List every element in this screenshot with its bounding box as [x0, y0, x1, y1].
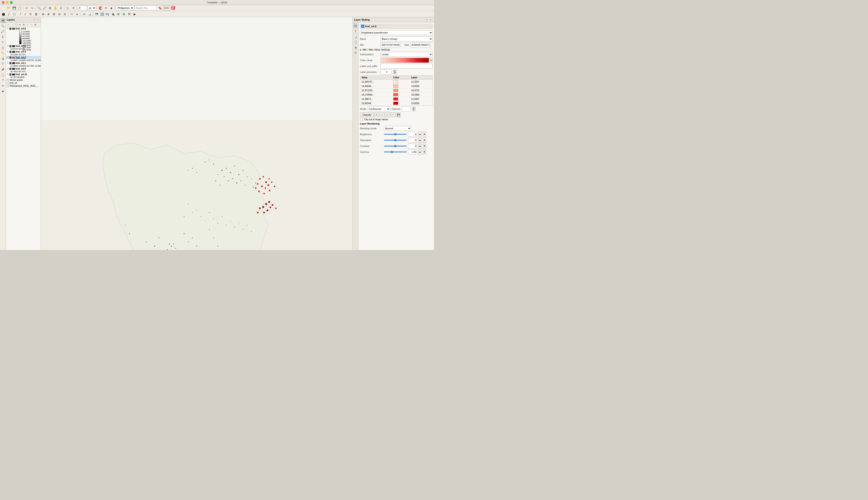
pan-map-tool[interactable]: ✥	[0, 18, 5, 23]
maximize-button[interactable]	[10, 1, 13, 4]
save-as-button[interactable]: 📋	[17, 5, 22, 10]
cell-color-5[interactable]	[392, 97, 410, 101]
precision-up-button[interactable]: ▲	[393, 70, 396, 72]
fill-ring[interactable]: ⊗	[46, 12, 51, 16]
layer-check-hrsl-vrt0[interactable]	[9, 68, 12, 70]
plugin-button[interactable]: 🎯	[171, 5, 175, 10]
pin-tool[interactable]: 📌	[0, 67, 5, 72]
brightness-up-button[interactable]: ▲	[418, 132, 421, 137]
node-edit-side[interactable]: ◈	[0, 89, 5, 94]
labels-icon[interactable]: T	[353, 29, 358, 34]
remove-class-button[interactable]: −	[380, 112, 385, 117]
processing-button[interactable]: ⚙	[116, 12, 121, 16]
saturation-down-button[interactable]: ▼	[423, 138, 426, 143]
unit-select[interactable]: px	[88, 5, 96, 10]
query-tool[interactable]: ?	[0, 78, 5, 83]
layer-check-hrsl-vrt11[interactable]	[9, 73, 12, 76]
delete-ring[interactable]: ⊖	[57, 12, 62, 16]
move-feature[interactable]: ⤢	[23, 12, 27, 16]
layer-up-button[interactable]: ↑	[26, 23, 30, 26]
table-row[interactable]: 21,58673... 21,5867	[360, 97, 432, 101]
label-tool-side[interactable]: T	[0, 61, 5, 67]
panel-close-button[interactable]: ×	[429, 18, 433, 22]
layer-item-hrsl-vrt[interactable]: hrsl_vrt	[6, 81, 41, 84]
delete-feature[interactable]: 🗑	[34, 12, 38, 16]
min-input[interactable]: l597372574444968	[381, 42, 401, 47]
cell-color-6[interactable]	[392, 101, 410, 105]
saga-button[interactable]: ⚒	[127, 12, 132, 16]
group-layer-button[interactable]: ⊞	[34, 23, 37, 26]
save-button[interactable]: 💾	[12, 5, 17, 10]
undo-button[interactable]: ↩	[24, 5, 29, 10]
table-row[interactable]: 16,973235... 16,9732	[360, 88, 432, 93]
select-button[interactable]: ▷	[66, 5, 70, 10]
plugin-manager[interactable]: 🔌	[111, 12, 115, 16]
layer-properties-button[interactable]: ⚙	[22, 23, 26, 26]
new-button[interactable]: 📄	[1, 5, 6, 10]
layer-item-hrsl-vrt5[interactable]: ▼ hrsl_vrt.5	[6, 45, 41, 47]
classes-up-button[interactable]: ▲	[412, 107, 415, 109]
delete-part[interactable]: ⊘	[62, 12, 67, 16]
zoom-in-button[interactable]: 🔍	[37, 5, 42, 10]
save-classes-button[interactable]: 💾	[396, 112, 401, 117]
blending-mode-select[interactable]: Normal	[384, 126, 411, 131]
max-input[interactable]: l039605766507776	[410, 42, 431, 47]
layer-check-hrsl-vrt5[interactable]	[9, 45, 12, 47]
gamma-down-button[interactable]: ▼	[423, 149, 426, 155]
add-layer-button[interactable]: +	[7, 23, 10, 26]
pan-button[interactable]: ✋	[53, 5, 58, 10]
gamma-slider[interactable]	[384, 151, 407, 152]
identify-button[interactable]: ℹ	[58, 5, 63, 10]
layer-item-hrsl-vrt2[interactable]: ▼ hrsl_vrt.2	[6, 56, 41, 59]
merge-features[interactable]: ⊎	[75, 12, 80, 16]
layer-check-hrsl-vrt4[interactable]	[9, 51, 12, 53]
brightness-down-button[interactable]: ▼	[423, 132, 426, 137]
map-canvas[interactable]	[41, 17, 352, 250]
edc-button[interactable]: EDC	[163, 5, 170, 10]
label-precision-spinner[interactable]: ▲ ▼	[393, 70, 396, 74]
contrast-slider[interactable]	[384, 146, 407, 147]
brightness-slider[interactable]	[384, 134, 407, 135]
rotate-feature[interactable]: ↻	[28, 12, 33, 16]
color-swatch-2[interactable]	[393, 84, 398, 88]
split-features[interactable]: ✂	[69, 12, 74, 16]
saturation-up-button[interactable]: ▲	[418, 138, 421, 143]
rotation-input[interactable]: 0	[78, 5, 87, 10]
edit-attributes[interactable]: 📝	[17, 12, 22, 16]
layer-item-hrsl-vrt4[interactable]: ▼ hrsl_vrt.4	[6, 50, 41, 53]
window-controls[interactable]	[2, 1, 13, 4]
layer-check-hrsl-vrt1[interactable]	[9, 62, 12, 64]
draw-polygon[interactable]: ⬡	[12, 12, 17, 16]
cell-color-2[interactable]	[392, 84, 410, 88]
panel-dock-button[interactable]: □	[425, 18, 429, 22]
table-row[interactable]: 23,89348... 23,8935	[360, 101, 432, 105]
gamma-up-button[interactable]: ▲	[418, 149, 421, 155]
run-script[interactable]: ▶	[132, 12, 137, 16]
grass-button[interactable]: G	[121, 12, 126, 16]
color-swatch-1[interactable]	[393, 80, 398, 83]
zoom-out-button[interactable]: 🔎	[42, 5, 47, 10]
form-tool[interactable]: 📋	[0, 72, 5, 78]
close-button[interactable]	[2, 1, 4, 4]
layer-check-hrsl-vrt6[interactable]	[9, 27, 12, 30]
snapping-button[interactable]: 🧲	[98, 5, 103, 10]
classes-spinner[interactable]: ▲ ▼	[412, 107, 415, 111]
styling-icon[interactable]: 🎨	[353, 23, 358, 28]
search-input[interactable]	[135, 5, 157, 10]
layer-check-hrsl-vrt2[interactable]	[9, 56, 12, 59]
clip-checkbox[interactable]	[360, 118, 363, 121]
reverse-button[interactable]: ↔	[385, 112, 390, 117]
redo-button[interactable]: ↪	[30, 5, 35, 10]
contrast-input[interactable]: 0	[408, 144, 417, 149]
diagrams-icon[interactable]: 📊	[353, 34, 358, 39]
layer-down-button[interactable]: ↓	[30, 23, 33, 26]
saturation-input[interactable]: 0	[408, 138, 417, 143]
draw-line[interactable]: ╱	[6, 12, 11, 16]
color-swatch-6[interactable]	[393, 102, 398, 105]
saturation-slider[interactable]	[384, 140, 407, 141]
mode-select[interactable]: Continuous	[368, 106, 390, 111]
diagram-tool[interactable]: 📊	[87, 12, 92, 16]
cell-color-3[interactable]	[392, 88, 410, 93]
raster-calc[interactable]: 🔢	[100, 12, 105, 16]
history-icon[interactable]: ⏱	[353, 50, 358, 56]
